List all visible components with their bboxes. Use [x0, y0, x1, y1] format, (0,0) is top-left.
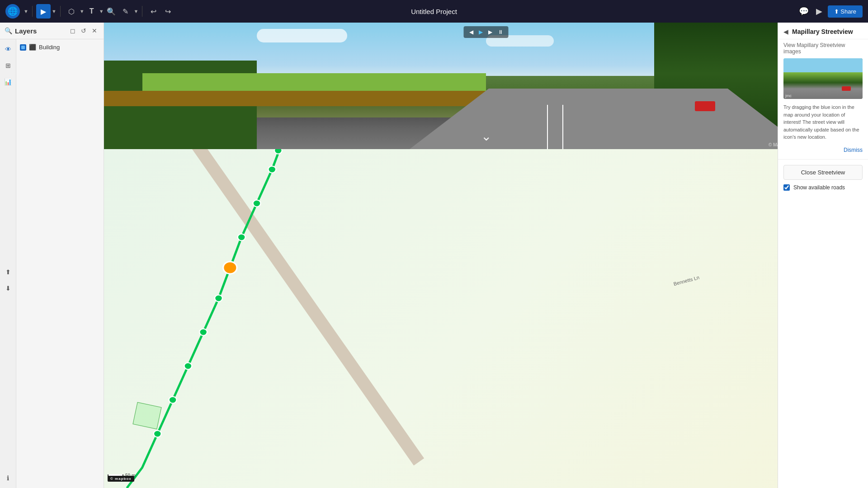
project-title: Untitled Project: [411, 8, 457, 15]
layers-panel-title: Layers: [15, 27, 66, 35]
share-button[interactable]: ⬆ Share: [828, 5, 863, 18]
rp-description: Try dragging the blue icon in the map ar…: [778, 103, 868, 145]
sv-play-btn[interactable]: ▶: [477, 28, 485, 36]
streetview-panel: ⌄ ◀ ▶ ▶ ⏸ ⤡ ✕ + − © Mapillary · Image by…: [104, 23, 868, 149]
layers-collapse-btn[interactable]: ◻: [68, 26, 77, 35]
svg-point-9: [223, 262, 237, 274]
rp-thumbnail-car: [842, 86, 851, 91]
map-road-label: Bennetts Ln: [673, 275, 700, 287]
toolbar: 🌐 ▼ ▶ ▼ ⬡ ▼ T ▼ 🔍 ✎ ▼ ↩ ↪ Untitled Proje…: [0, 0, 868, 23]
svg-point-4: [215, 295, 222, 302]
sv-playback-controls: ◀ ▶ ▶ ⏸: [464, 26, 509, 38]
mapbox-logo-text: © mapbox: [110, 477, 132, 481]
rp-dismiss-container: Dismiss: [778, 145, 868, 159]
svg-point-8: [154, 431, 161, 437]
rp-divider: [778, 159, 868, 160]
svg-point-7: [169, 397, 177, 404]
sidebar-icon-export[interactable]: ⬇: [2, 282, 14, 295]
sidebar-icon-eye[interactable]: 👁: [2, 43, 14, 56]
toolbar-separator-2: [60, 6, 61, 17]
layers-panel-actions: ◻ ↺ ✕: [68, 26, 99, 35]
layer-visibility-icon: [20, 44, 26, 51]
sv-car: [695, 101, 715, 111]
svg-point-1: [253, 200, 261, 207]
rp-close-streetview-btn[interactable]: Close Streetview: [783, 165, 863, 180]
rp-thumbnail-image: [783, 58, 863, 99]
rp-show-roads-checkbox[interactable]: [783, 184, 790, 191]
search-btn[interactable]: 🔍: [104, 4, 118, 19]
svg-point-10: [274, 149, 282, 154]
layer-item-building[interactable]: ⬛ Building: [16, 42, 104, 52]
fill-tool-dropdown[interactable]: ▼: [80, 9, 85, 14]
sv-pause-indicator: ⏸: [496, 28, 505, 36]
sv-grass-verge: [104, 91, 486, 106]
play-btn[interactable]: ▶: [814, 5, 824, 18]
select-tool-dropdown[interactable]: ▼: [52, 9, 57, 14]
layers-panel-header: 🔍 Layers ◻ ↺ ✕: [0, 23, 104, 39]
toolbar-separator-3: [142, 6, 142, 17]
svg-point-6: [184, 363, 192, 370]
svg-point-3: [226, 264, 234, 271]
tool-group: ▶ ▼: [36, 4, 57, 19]
svg-point-0: [268, 166, 276, 173]
rp-thumbnail-caption: jmc: [785, 94, 792, 98]
sv-next-btn[interactable]: ▶: [486, 28, 494, 36]
rp-subtitle: View Mapillary Streetview images: [778, 39, 868, 58]
sidebar-icon-stats[interactable]: 📊: [2, 75, 14, 88]
rp-show-roads-label: Show available roads: [793, 184, 845, 191]
marker-tool-dropdown[interactable]: ▼: [134, 9, 139, 14]
map-main-road: [180, 149, 424, 465]
comment-btn[interactable]: 💬: [797, 5, 811, 18]
sv-field: [142, 73, 486, 91]
map-route-svg: [104, 149, 868, 488]
layer-name: Building: [39, 44, 60, 51]
sidebar-icon-info[interactable]: ℹ: [2, 472, 14, 484]
rp-dismiss-btn[interactable]: Dismiss: [844, 147, 863, 153]
map-background: Bennetts Ln: [104, 149, 868, 488]
main-area: ⌄ ◀ ▶ ▶ ⏸ ⤡ ✕ + − © Mapillary · Image by…: [104, 23, 868, 488]
rp-header: ◀ Mapillary Streetview: [778, 23, 868, 39]
fill-tool-group: ⬡ ▼: [64, 4, 85, 19]
toolbar-separator-1: [32, 6, 33, 17]
redo-btn[interactable]: ↪: [160, 4, 175, 19]
app-logo[interactable]: 🌐: [5, 4, 20, 19]
fill-tool-btn[interactable]: ⬡: [64, 4, 79, 19]
text-tool-dropdown[interactable]: ▼: [99, 9, 104, 14]
right-panel: ◀ Mapillary Streetview View Mapillary St…: [778, 23, 868, 488]
sidebar-body: 👁 ⊞ 📊 ⬆ ⬇ ℹ ⬛ Building: [0, 39, 104, 488]
svg-point-2: [238, 234, 245, 241]
layers-refresh-btn[interactable]: ↺: [79, 26, 88, 35]
marker-tool-group: ✎ ▼: [118, 4, 139, 19]
rp-back-btn[interactable]: ◀: [783, 28, 788, 35]
rp-thumbnail: jmc: [783, 58, 863, 99]
rp-title: Mapillary Streetview: [792, 28, 853, 35]
layer-type-icon: ⬛: [29, 44, 36, 51]
sv-nav-arrow[interactable]: ⌄: [481, 129, 491, 144]
sv-prev-btn[interactable]: ◀: [467, 28, 475, 36]
sidebar: 🔍 Layers ◻ ↺ ✕ 👁 ⊞ 📊 ⬆ ⬇ ℹ ⬛ Building: [0, 23, 104, 488]
map-building-polygon: [132, 402, 161, 429]
logo-dropdown[interactable]: ▼: [24, 9, 28, 14]
rp-show-roads-row: Show available roads: [778, 184, 868, 191]
sidebar-icon-layers[interactable]: ⊞: [2, 59, 14, 72]
sv-road-line-2: [562, 105, 563, 149]
text-tool-btn[interactable]: T: [85, 4, 99, 19]
toolbar-right: 💬 ▶ ⬆ Share: [797, 5, 863, 18]
select-tool-btn[interactable]: ▶: [36, 4, 51, 19]
sidebar-icon-upload[interactable]: ⬆: [2, 266, 14, 278]
sidebar-icon-column: 👁 ⊞ 📊 ⬆ ⬇ ℹ: [0, 39, 16, 488]
sv-cloud-1: [257, 29, 347, 42]
mapbox-logo: © mapbox: [108, 474, 134, 482]
svg-point-5: [199, 329, 207, 336]
sv-road-line-1: [547, 105, 548, 149]
streetview-image: ⌄ ◀ ▶ ▶ ⏸ ⤡ ✕ + − © Mapillary · Image by…: [104, 23, 868, 149]
layer-list: ⬛ Building: [16, 39, 104, 488]
marker-tool-btn[interactable]: ✎: [118, 4, 133, 19]
undo-btn[interactable]: ↩: [146, 4, 160, 19]
search-icon: 🔍: [5, 27, 12, 34]
map-area[interactable]: Bennetts Ln: [104, 149, 868, 488]
layers-close-btn[interactable]: ✕: [90, 26, 99, 35]
